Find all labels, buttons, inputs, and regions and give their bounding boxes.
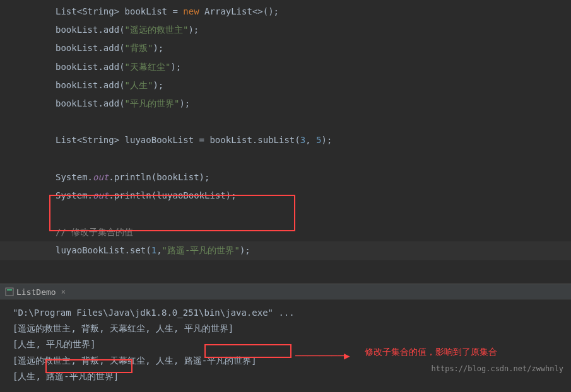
run-config-icon: [5, 287, 14, 296]
code-line: bookList.add("人生");: [0, 76, 571, 95]
close-tab-icon[interactable]: ×: [61, 287, 66, 296]
code-line: List<String> bookList = new ArrayList<>(…: [0, 3, 571, 21]
watermark: https://blog.csdn.net/zwwhnly: [431, 364, 563, 373]
highlight-box-output-2: [45, 359, 132, 373]
code-line-highlighted: luyaoBookList.set(1,"路遥-平凡的世界");: [0, 241, 571, 260]
code-line: System.out.println(bookList);: [0, 168, 571, 187]
code-line: bookList.add("天幕红尘");: [0, 58, 571, 76]
console-command: "D:\Program Files\Java\jdk1.8.0_251\bin\…: [13, 305, 558, 321]
code-line: System.out.println(bookList);: [0, 279, 571, 284]
code-line: [0, 150, 571, 168]
code-line: bookList.add("背叛");: [0, 39, 571, 57]
code-line: [0, 260, 571, 279]
code-line: bookList.add("遥远的救世主");: [0, 21, 571, 39]
annotation-text: 修改子集合的值，影响到了原集合: [365, 347, 497, 358]
console-output-line: [遥远的救世主, 背叛, 天幕红尘, 人生, 平凡的世界]: [13, 321, 558, 337]
code-line: List<String> luyaoBookList = bookList.su…: [0, 131, 571, 149]
code-editor[interactable]: List<String> bookList = new ArrayList<>(…: [0, 0, 571, 284]
highlight-box-code: [49, 195, 295, 231]
annotation-arrow: ────────▶: [295, 350, 350, 362]
run-tab-bar: ListDemo ×: [0, 284, 571, 300]
svg-rect-1: [7, 289, 12, 291]
svg-rect-0: [6, 288, 13, 296]
tab-label[interactable]: ListDemo: [16, 287, 56, 297]
code-line: [0, 113, 571, 131]
code-line: bookList.add("平凡的世界");: [0, 95, 571, 113]
highlight-box-output-1: [204, 344, 291, 358]
